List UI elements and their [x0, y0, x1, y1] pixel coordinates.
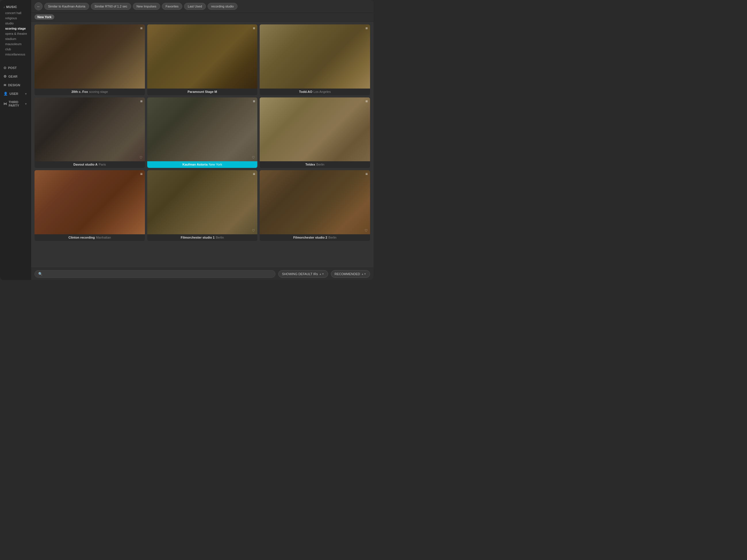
sidebar-item-miscellaneous[interactable]: miscellaneous [0, 52, 31, 57]
davout-sub: Paris [99, 163, 106, 166]
sidebar-nav: ⊙POST⚙GEAR≋DESIGN👤USER▼⋈THIRD PARTY▼ [0, 64, 31, 109]
venue-grid: ≡20th c. Foxscoring stage≡Paramount Stag… [34, 24, 370, 241]
sidebar-top-item-design[interactable]: ≋DESIGN [0, 81, 31, 89]
gear-icon: ⚙ [3, 75, 7, 78]
toddao-name: Todd-AO [299, 90, 312, 94]
design-icon: ≋ [3, 83, 6, 87]
music-label: MUSIC [6, 5, 17, 9]
venue-card-teldex[interactable]: ≡TeldexBerlin [260, 98, 370, 168]
filmo1-sub: Berlin [216, 236, 224, 239]
filter-bar: New York [31, 13, 374, 22]
design-label: DESIGN [8, 83, 20, 87]
back-button[interactable]: ← [34, 2, 43, 10]
sidebar-top-item-user[interactable]: 👤USER▼ [0, 90, 31, 98]
sidebar-top-item-gear[interactable]: ⚙GEAR [0, 73, 31, 80]
fox-name: 20th c. Fox [71, 90, 88, 94]
venue-card-davout[interactable]: ≡♡Davout studio AParis [34, 98, 145, 168]
paramount-name: Paramount Stage M [187, 90, 217, 94]
music-section-header[interactable]: ♪ MUSIC [0, 3, 31, 10]
third-party-icon: ⋈ [3, 102, 7, 106]
filmo1-menu-icon[interactable]: ≡ [253, 172, 255, 176]
filmo2-heart-icon[interactable]: ♡ [365, 229, 368, 233]
venue-card-filmo1[interactable]: ≡♡Filmorchester studio 1Berlin [147, 170, 258, 241]
sidebar-item-stadium[interactable]: stadium [0, 36, 31, 42]
fox-menu-icon[interactable]: ≡ [140, 26, 142, 30]
user-arrow-icon: ▼ [24, 92, 27, 96]
filter-tag-label: New York [37, 15, 51, 19]
sidebar-top-item-third-party[interactable]: ⋈THIRD PARTY▼ [0, 98, 31, 109]
recommended-label: RECOMMENDED [335, 272, 360, 276]
toolbar-btn-favorites[interactable]: Favorites [162, 3, 182, 10]
showing-label: SHOWING DEFAULT IRs [282, 272, 318, 276]
teldex-sub: Berlin [316, 163, 324, 166]
fox-sub: scoring stage [89, 90, 108, 94]
toolbar-btn-recording-studio[interactable]: recording studio [208, 3, 237, 10]
post-icon: ⊙ [3, 66, 6, 70]
toolbar-btn-new-impulses[interactable]: New Impulses [133, 3, 160, 10]
search-icon: 🔍 [38, 272, 43, 276]
kaufman-sub: New York [209, 163, 222, 166]
toolbar-btn-similar-rt60[interactable]: Similar RT60 of 1.2 sec [91, 3, 131, 10]
kaufman-heart-icon[interactable]: ♡ [252, 156, 255, 160]
sidebar-item-religious[interactable]: religious [0, 16, 31, 21]
filmo2-menu-icon[interactable]: ≡ [365, 172, 368, 176]
sidebar-item-scoring-stage[interactable]: scoring stage [0, 26, 31, 31]
filmo1-heart-icon[interactable]: ♡ [252, 229, 255, 233]
sidebar-item-concert-hall[interactable]: concert hall [0, 10, 31, 16]
toddao-menu-icon[interactable]: ≡ [365, 26, 368, 30]
filmo2-sub: Berlin [328, 236, 336, 239]
venue-card-fox[interactable]: ≡20th c. Foxscoring stage [34, 24, 145, 95]
clinton-menu-icon[interactable]: ≡ [140, 172, 142, 176]
paramount-menu-icon[interactable]: ≡ [253, 26, 255, 30]
music-section: ♪ MUSIC concert hallreligiousstudioscori… [0, 3, 31, 57]
toolbar-btn-last-used[interactable]: Last Used [184, 3, 206, 10]
third-party-arrow-icon: ▼ [24, 102, 27, 106]
toolbar-btn-similar-kaufman[interactable]: Similar to Kaufman Astoria [44, 3, 89, 10]
gear-label: GEAR [8, 75, 18, 78]
venue-card-toddao[interactable]: ≡Todd-AOLos Angeles [260, 24, 370, 95]
sidebar-top-item-post[interactable]: ⊙POST [0, 64, 31, 72]
search-wrap[interactable]: 🔍 [34, 270, 276, 278]
teldex-name: Teldex [305, 163, 315, 166]
app-container: ♪ MUSIC concert hallreligiousstudioscori… [0, 0, 374, 280]
venue-card-filmo2[interactable]: ≡♡Filmorchester studio 2Berlin [260, 170, 370, 241]
recommended-btn[interactable]: RECOMMENDED ▲▼ [331, 270, 370, 278]
davout-name: Davout studio A [73, 163, 98, 166]
recommended-arrow-icon: ▲▼ [361, 272, 366, 275]
filmo1-name: Filmorchester studio 1 [181, 236, 214, 239]
back-icon: ← [37, 4, 41, 9]
sidebar-item-studio[interactable]: studio [0, 21, 31, 26]
music-icon: ♪ [3, 5, 5, 9]
venue-card-kaufman[interactable]: ≡♡Kaufman AstoriaNew York [147, 98, 258, 168]
sidebar-item-club[interactable]: club [0, 47, 31, 52]
user-icon: 👤 [3, 92, 8, 96]
filmo2-name: Filmorchester studio 2 [293, 236, 327, 239]
grid-area[interactable]: ≡20th c. Foxscoring stage≡Paramount Stag… [31, 22, 374, 268]
showing-default-btn[interactable]: SHOWING DEFAULT IRs ▲▼ [278, 270, 328, 278]
davout-menu-icon[interactable]: ≡ [140, 99, 142, 103]
venue-card-clinton[interactable]: ≡Clinton recordingManhattan [34, 170, 145, 241]
search-input[interactable] [44, 272, 272, 276]
teldex-menu-icon[interactable]: ≡ [365, 99, 368, 103]
sidebar-item-opera-theatre[interactable]: opera & theatre [0, 31, 31, 36]
post-label: POST [8, 66, 17, 70]
clinton-sub: Manhattan [96, 236, 111, 239]
venue-card-paramount[interactable]: ≡Paramount Stage M [147, 24, 258, 95]
showing-arrow-icon: ▲▼ [319, 272, 324, 275]
main-content: ← Similar to Kaufman AstoriaSimilar RT60… [31, 0, 374, 280]
clinton-name: Clinton recording [69, 236, 95, 239]
toolbar-buttons: Similar to Kaufman AstoriaSimilar RT60 o… [44, 3, 237, 10]
kaufman-menu-icon[interactable]: ≡ [253, 99, 255, 103]
toddao-sub: Los Angeles [313, 90, 331, 94]
user-label: USER [9, 92, 18, 96]
kaufman-name: Kaufman Astoria [182, 163, 208, 166]
bottom-bar: 🔍 SHOWING DEFAULT IRs ▲▼ RECOMMENDED ▲▼ [31, 268, 374, 280]
davout-heart-icon[interactable]: ♡ [139, 156, 143, 160]
sidebar-categories: concert hallreligiousstudioscoring stage… [0, 10, 31, 57]
sidebar: ♪ MUSIC concert hallreligiousstudioscori… [0, 0, 31, 280]
toolbar: ← Similar to Kaufman AstoriaSimilar RT60… [31, 0, 374, 13]
filter-tag[interactable]: New York [34, 15, 54, 20]
third-party-label: THIRD PARTY [9, 100, 23, 107]
sidebar-item-mausoleum[interactable]: mausoleum [0, 42, 31, 47]
